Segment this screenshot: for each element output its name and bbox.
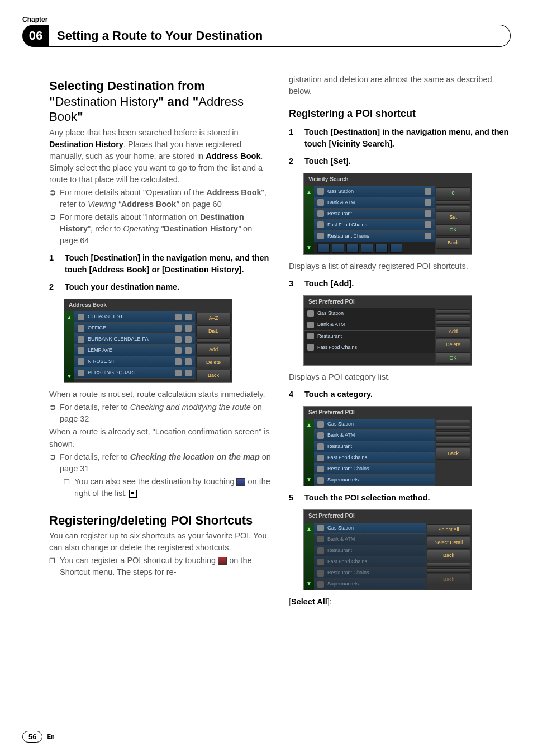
pin-icon (78, 325, 84, 332)
poi-icon (307, 333, 314, 339)
flag-icon (175, 358, 182, 365)
sort-az-button: A–Z (196, 313, 231, 324)
page-footer: 56 En (22, 731, 54, 743)
shot-list: Gas Station Bank & ATM Restaurant Fast F… (304, 308, 435, 365)
poi-icon (317, 421, 324, 428)
poi-icon (317, 221, 324, 228)
poi-icon (317, 199, 324, 206)
xref-destination-history: ➲ For more details about "Information on… (49, 211, 271, 247)
intro-paragraph: Any place that has been searched before … (49, 127, 271, 186)
xref-check-route: ➲ For details, refer to Checking and mod… (49, 401, 271, 425)
list-item: Restaurant Chains (314, 231, 435, 242)
pin-icon (78, 358, 84, 365)
shot-bottom-bar (314, 242, 435, 254)
poi-icon (317, 525, 324, 531)
poi-icon (307, 344, 314, 351)
chapter-bar: 06 Setting a Route to Your Destination (22, 25, 511, 47)
xref-address-book: ➲ For more details about "Operation of t… (49, 187, 271, 210)
scroll-arrows: ▲▼ (64, 311, 74, 382)
ok-button: OK (436, 224, 470, 236)
list-item: Bank & ATM (304, 319, 435, 330)
scroll-arrows: ▲▼ (304, 523, 314, 590)
shot-list: Gas Station Bank & ATM Restaurant Fast F… (314, 419, 435, 486)
screenshot-set-preferred-3: Set Preferred POI ▲▼ Gas Station Bank & … (303, 509, 472, 590)
arrow-icon: ➲ (49, 401, 56, 425)
list-item: COHASSET ST (74, 311, 195, 323)
info-icon (185, 314, 192, 320)
list-item: Gas Station (304, 308, 435, 319)
shot-title: Address Book (64, 299, 232, 312)
select-detail-button: Select Detail (427, 537, 470, 549)
shot-title: Set Preferred POI (304, 407, 472, 419)
screenshot-set-preferred-2: Set Preferred POI ▲▼ Gas Station Bank & … (303, 406, 472, 487)
poi-icon (317, 559, 324, 565)
chapter-title-wrap: Setting a Route to Your Destination (49, 25, 511, 47)
info-icon (185, 336, 192, 343)
add-button: Add (196, 344, 231, 356)
scroll-arrows: ▲▼ (304, 186, 314, 254)
ok-button: OK (436, 352, 470, 364)
poi-icon (317, 466, 324, 472)
list-item: Restaurant (304, 331, 435, 342)
delete-button: Delete (436, 339, 470, 351)
list-item: Gas Station (314, 523, 426, 534)
set-button: Set (436, 211, 470, 223)
poi-icon (317, 188, 324, 195)
list-item: Fast Food Chains (314, 452, 435, 464)
poi-icon (317, 455, 324, 461)
continuation-text: gistration and deletion are almost the s… (289, 74, 511, 97)
left-step-2: 2 Touch your destination name. (49, 281, 271, 293)
shot-title: Set Preferred POI (304, 296, 472, 309)
flag-icon (175, 347, 182, 354)
back-button: Back (427, 550, 470, 561)
add-button: Add (436, 326, 470, 338)
count-button: 0 (436, 187, 470, 199)
list-item: Supermarkets (314, 475, 435, 486)
content-columns: Selecting Destination from "Destination … (49, 73, 511, 722)
list-item: BURBANK-GLENDALE-PA (74, 334, 195, 345)
poi-icon (317, 432, 324, 439)
list-item: Restaurant (314, 441, 435, 452)
shot-title: Vicinity Search (304, 173, 472, 186)
back-button: Back (436, 448, 470, 460)
caption-shortcuts-list: Displays a list of already registered PO… (289, 261, 511, 272)
page-number: 56 (22, 731, 42, 743)
list-item: Gas Station (314, 419, 435, 430)
section-heading-selecting: Selecting Destination from "Destination … (49, 78, 271, 125)
shot-side: 0 Set OK Back (435, 186, 472, 254)
xref-check-location: ➲ For details, refer to Checking the loc… (49, 451, 271, 475)
list-item: OFFICE (74, 323, 195, 334)
flag-icon (175, 325, 182, 332)
right-column: gistration and deletion are almost the s… (289, 73, 511, 722)
chevron-icon (425, 221, 431, 228)
pin-icon (78, 370, 84, 376)
poi-icon (317, 547, 324, 554)
chevron-icon (425, 210, 431, 217)
poi-icon (317, 581, 324, 588)
list-item: Gas Station (314, 186, 435, 197)
shot-side: A–Z Dist. Add Delete Back (195, 311, 232, 382)
right-step-2: 2 Touch [Set]. (289, 155, 511, 167)
back-button: Back (427, 574, 470, 585)
select-all-label: [Select All]: (289, 596, 511, 608)
list-item: Restaurant Chains (314, 568, 426, 579)
chapter-number: 06 (22, 25, 49, 47)
shot-side: Add Delete OK (435, 308, 472, 365)
scroll-arrows: ▲▼ (304, 419, 314, 486)
left-column: Selecting Destination from "Destination … (49, 73, 271, 722)
left-step-1: 1 Touch [Destination] in the navigation … (49, 252, 271, 276)
end-section-icon (129, 490, 137, 498)
shortcut-icon (218, 557, 227, 565)
flag-icon (175, 336, 182, 343)
list-item: Restaurant (314, 209, 435, 220)
sort-dist-button: Dist. (196, 325, 231, 337)
note-route-set: When a route is already set, "Location c… (49, 426, 271, 450)
poi-icon (317, 477, 324, 484)
pin-icon (78, 314, 84, 320)
info-icon (236, 478, 245, 486)
screenshot-set-preferred-1: Set Preferred POI Gas Station Bank & ATM… (303, 295, 472, 366)
select-all-button: Select All (427, 524, 470, 536)
note-route-not-set: When a route is not set, route calculati… (49, 389, 271, 400)
list-item: Fast Food Chains (304, 342, 435, 353)
list-item: Restaurant (314, 545, 426, 556)
